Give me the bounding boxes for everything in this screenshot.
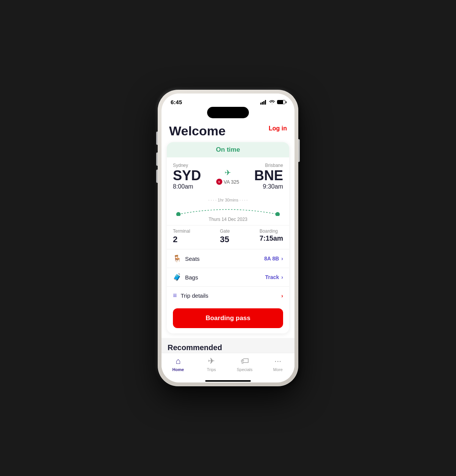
bags-row[interactable]: 🧳 Bags Track › — [167, 268, 289, 286]
status-bar: 6:45 — [162, 94, 294, 107]
on-time-text: On time — [216, 146, 240, 153]
login-button[interactable]: Log in — [269, 124, 287, 133]
flight-arc: · · · · 1hr 30mins · · · · Thurs 14 Dec … — [167, 196, 289, 225]
flight-number-row: V VA 325 — [216, 179, 239, 185]
trip-details-label: Trip details — [181, 292, 209, 299]
bags-left: 🧳 Bags — [173, 273, 198, 281]
seats-label: Seats — [185, 255, 200, 262]
destination-block: Brisbane BNE 9:30am — [254, 163, 283, 190]
nav-home[interactable]: ⌂ Home — [162, 356, 195, 372]
origin-city: Sydney — [173, 163, 201, 168]
boarding-label: Boarding — [260, 228, 283, 234]
nav-specials[interactable]: 🏷 Specials — [228, 356, 261, 372]
svg-rect-3 — [265, 100, 266, 105]
svg-rect-1 — [262, 102, 263, 105]
duration-text: 1hr 30mins — [218, 198, 238, 202]
recommended-section: Recommended ✦ Trending ✦ Specials — [162, 338, 294, 353]
destination-code: BNE — [254, 169, 283, 182]
more-icon: ··· — [274, 356, 281, 366]
duration-label: · · · · 1hr 30mins · · · · — [173, 198, 283, 202]
seats-left: 🪑 Seats — [173, 254, 200, 263]
home-indicator — [205, 380, 251, 382]
dynamic-island — [207, 107, 249, 118]
trip-details-left: ≡ Trip details — [173, 292, 208, 300]
svg-point-4 — [176, 212, 181, 216]
flight-date: Thurs 14 Dec 2023 — [173, 217, 283, 222]
terminal-value: 2 — [173, 235, 190, 244]
seat-icon: 🪑 — [173, 254, 181, 263]
svg-rect-2 — [263, 101, 264, 105]
terminal-label: Terminal — [173, 228, 190, 234]
flight-middle: ✈ V VA 325 — [216, 168, 239, 185]
arrival-time: 9:30am — [254, 183, 283, 190]
signal-icon — [260, 100, 267, 105]
specials-nav-icon: 🏷 — [241, 356, 249, 366]
nav-trips[interactable]: ✈ Trips — [195, 356, 228, 372]
recommended-title: Recommended — [168, 343, 288, 352]
trips-icon: ✈ — [208, 356, 215, 366]
svg-point-5 — [276, 212, 280, 216]
wifi-icon — [269, 100, 275, 105]
terminal-block: Terminal 2 — [173, 228, 190, 244]
origin-block: Sydney SYD 8:00am — [173, 163, 201, 190]
departure-time: 8:00am — [173, 183, 201, 190]
battery-icon — [277, 100, 285, 104]
arc-container — [173, 204, 283, 216]
trip-details-right: › — [281, 293, 283, 299]
boarding-block: Boarding 7:15am — [260, 228, 283, 244]
flight-route-info: Sydney SYD 8:00am ✈ V VA 325 — [167, 157, 289, 196]
phone-inner: 6:45 — [162, 94, 294, 382]
origin-code: SYD — [173, 169, 201, 182]
nav-more-label: More — [273, 367, 283, 372]
flight-card: On time Sydney SYD 8:00am — [167, 142, 289, 333]
welcome-title: Welcome — [169, 124, 226, 138]
nav-specials-label: Specials — [237, 367, 253, 372]
nav-more[interactable]: ··· More — [261, 356, 295, 372]
seats-chevron-icon: › — [281, 255, 283, 262]
arc-svg — [173, 204, 283, 216]
status-time: 6:45 — [171, 99, 182, 105]
bags-right: Track › — [265, 274, 283, 280]
boarding-pass-button[interactable]: Boarding pass — [173, 308, 283, 328]
seats-row[interactable]: 🪑 Seats 8A 8B › — [167, 249, 289, 268]
flight-details-row: Terminal 2 Gate 35 Boarding 7:15am — [167, 225, 289, 249]
bags-chevron-icon: › — [281, 274, 283, 280]
bottom-nav: ⌂ Home ✈ Trips 🏷 Specials ··· More — [162, 353, 294, 379]
phone-frame: 6:45 — [158, 90, 298, 386]
gate-block: Gate 35 — [220, 228, 230, 244]
seats-right: 8A 8B › — [264, 255, 283, 262]
bag-icon: 🧳 — [173, 273, 181, 281]
nav-home-label: Home — [172, 367, 184, 372]
status-icons — [260, 100, 285, 105]
trip-details-icon: ≡ — [173, 292, 177, 300]
boarding-value: 7:15am — [260, 235, 283, 243]
header: Welcome Log in — [162, 119, 294, 142]
gate-value: 35 — [220, 235, 230, 244]
destination-city: Brisbane — [254, 163, 283, 168]
bags-track-value: Track — [265, 274, 279, 280]
plane-icon: ✈ — [225, 168, 231, 177]
screen: 6:45 — [162, 94, 294, 382]
home-icon: ⌂ — [176, 356, 180, 366]
nav-trips-label: Trips — [207, 367, 216, 372]
flight-number: VA 325 — [224, 179, 239, 185]
seats-value: 8A 8B — [264, 255, 279, 262]
trip-details-row[interactable]: ≡ Trip details › — [167, 286, 289, 305]
scroll-content[interactable]: Welcome Log in On time Sydney — [162, 119, 294, 353]
gate-label: Gate — [220, 228, 230, 234]
trip-details-chevron-icon: › — [281, 293, 283, 299]
va-logo: V — [216, 179, 222, 185]
svg-rect-0 — [260, 103, 261, 105]
flight-route: Sydney SYD 8:00am ✈ V VA 325 — [173, 163, 283, 190]
bags-label: Bags — [185, 274, 198, 281]
on-time-banner: On time — [167, 142, 289, 157]
